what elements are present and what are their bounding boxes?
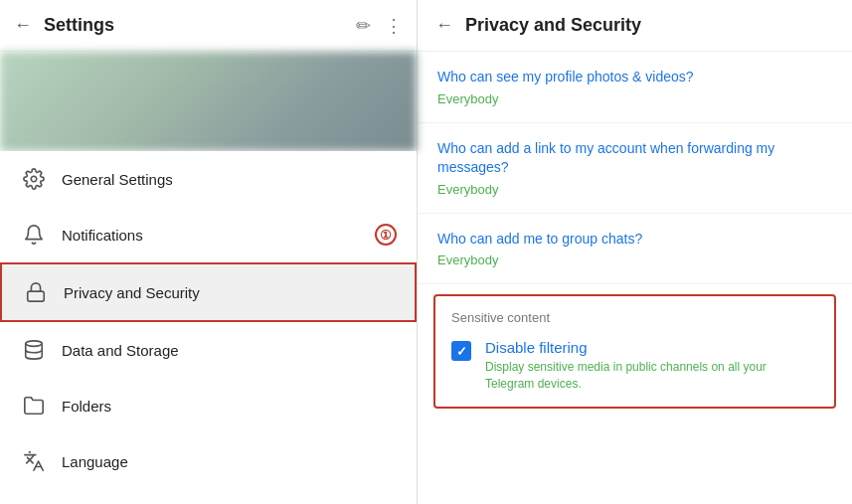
bell-icon — [20, 221, 48, 249]
right-panel: ← Privacy and Security Who can see my pr… — [418, 0, 852, 504]
folder-icon — [20, 392, 48, 420]
data-storage-label: Data and Storage — [62, 342, 179, 359]
option-text: Disable filtering Display sensitive medi… — [485, 339, 818, 393]
group-chats-answer: Everybody — [437, 252, 832, 267]
right-content: Who can see my profile photos & videos? … — [418, 52, 852, 504]
profile-photos-setting[interactable]: Who can see my profile photos & videos? … — [418, 52, 852, 123]
general-settings-label: General Settings — [62, 171, 173, 188]
sidebar-item-general[interactable]: General Settings — [0, 151, 417, 207]
disable-filtering-desc: Display sensitive media in public channe… — [485, 359, 818, 393]
right-back-button[interactable]: ← — [435, 15, 453, 36]
sensitive-title: Sensitive content — [451, 310, 818, 325]
left-panel-title: Settings — [44, 15, 342, 36]
forwarding-question: Who can add a link to my account when fo… — [437, 139, 832, 178]
notifications-badge: ① — [375, 224, 397, 246]
svg-point-2 — [26, 341, 43, 347]
left-panel: ← Settings ✏ ⋮ General Settings Notifica… — [0, 0, 418, 504]
forwarding-answer: Everybody — [437, 182, 832, 197]
language-label: Language — [62, 453, 128, 470]
sensitive-wrapper: Sensitive content Disable filtering Disp… — [418, 284, 852, 419]
profile-banner — [0, 52, 417, 151]
disable-filtering-label: Disable filtering — [485, 339, 818, 356]
more-icon[interactable]: ⋮ — [385, 15, 403, 37]
left-back-button[interactable]: ← — [14, 15, 32, 36]
database-icon — [20, 336, 48, 364]
sidebar-item-notifications[interactable]: Notifications ① — [0, 207, 417, 262]
sensitive-content-section: Sensitive content Disable filtering Disp… — [433, 294, 836, 409]
group-chats-setting[interactable]: Who can add me to group chats? Everybody — [418, 214, 852, 285]
privacy-security-label: Privacy and Security — [64, 284, 200, 301]
group-chats-question: Who can add me to group chats? — [437, 230, 832, 250]
right-header: ← Privacy and Security — [418, 0, 852, 52]
gear-icon — [20, 165, 48, 193]
left-header: ← Settings ✏ ⋮ — [0, 0, 417, 52]
svg-point-0 — [31, 176, 37, 182]
disable-filtering-checkbox[interactable] — [451, 341, 471, 361]
edit-icon[interactable]: ✏ — [356, 15, 371, 37]
forwarding-setting[interactable]: Who can add a link to my account when fo… — [418, 123, 852, 214]
right-panel-title: Privacy and Security — [465, 15, 641, 36]
sensitive-option: Disable filtering Display sensitive medi… — [451, 339, 818, 393]
svg-rect-1 — [28, 291, 45, 301]
folders-label: Folders — [62, 398, 111, 415]
sidebar-item-data[interactable]: Data and Storage — [0, 322, 417, 378]
notifications-label: Notifications — [62, 227, 143, 244]
sidebar-item-privacy[interactable]: Privacy and Security — [0, 262, 417, 322]
sidebar-item-folders[interactable]: Folders — [0, 378, 417, 433]
translate-icon — [20, 447, 48, 475]
profile-photos-question: Who can see my profile photos & videos? — [437, 68, 832, 87]
sidebar-item-language[interactable]: Language — [0, 433, 417, 489]
profile-photos-answer: Everybody — [437, 91, 832, 106]
menu-list: General Settings Notifications ① Privacy… — [0, 151, 417, 504]
lock-icon — [22, 278, 50, 306]
